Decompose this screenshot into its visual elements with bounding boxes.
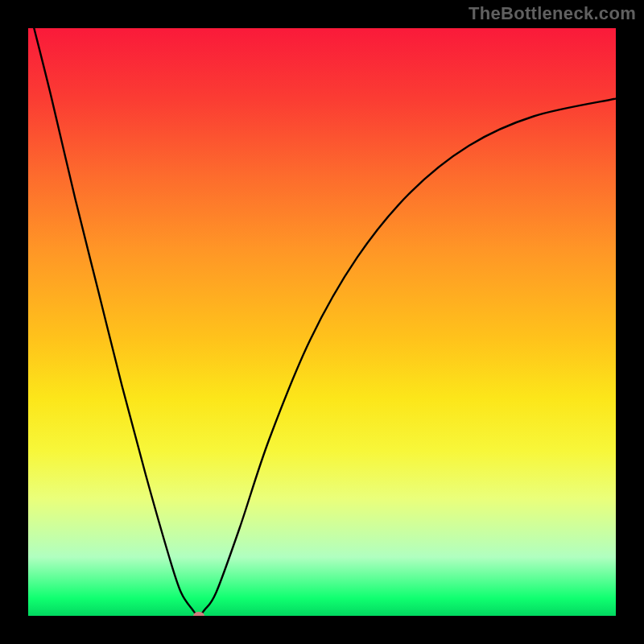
chart-frame: TheBottleneck.com <box>0 0 644 644</box>
attribution-text: TheBottleneck.com <box>469 3 636 24</box>
bottleneck-curve <box>28 28 616 616</box>
optimal-point-marker <box>193 612 204 616</box>
plot-area <box>28 28 616 616</box>
